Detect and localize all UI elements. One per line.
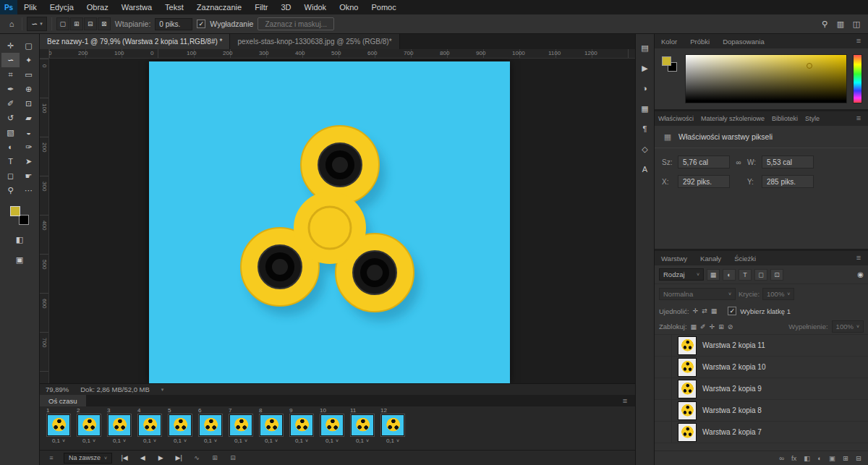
height-field[interactable]: 5,53 cal	[762, 155, 814, 168]
add-to-selection-icon[interactable]: ⊞	[70, 17, 83, 30]
screen-mode-button[interactable]: ▣	[11, 252, 29, 267]
menu-item[interactable]: Plik	[17, 0, 43, 14]
width-field[interactable]: 5,76 cal	[678, 155, 730, 168]
panel-tab[interactable]: Biblioteki	[768, 111, 801, 126]
unify-position-icon[interactable]: ✛	[693, 307, 699, 315]
frame-thumbnail[interactable]	[199, 414, 222, 436]
timeline-frame[interactable]: 1 0,1 ˅	[44, 407, 73, 450]
move-tool[interactable]: ✛	[1, 38, 20, 53]
frame-duration-selector[interactable]: 0,1 ˅	[234, 436, 247, 445]
adjustments-icon[interactable]: ◑	[639, 83, 651, 93]
frame-thumbnail[interactable]	[381, 414, 404, 436]
dodge-tool[interactable]: ◐	[1, 140, 20, 154]
frame-tool[interactable]: ▭	[20, 67, 38, 82]
first-frame-button[interactable]: |◀	[119, 453, 130, 464]
timeline-menu-icon[interactable]: ≡	[619, 395, 631, 406]
lock-pixels-icon[interactable]: ✐	[700, 323, 706, 330]
panel-tab[interactable]: Próbki	[684, 34, 716, 48]
link-dimensions-icon[interactable]: ∞	[736, 158, 741, 166]
menu-item[interactable]: Obraz	[80, 0, 115, 14]
actions-play-icon[interactable]: ▶	[639, 63, 651, 73]
menu-item[interactable]: Okno	[333, 0, 365, 14]
unify-style-icon[interactable]: ▦	[711, 307, 718, 315]
timeline-frame[interactable]: 9 0,1 ˅	[287, 407, 316, 450]
quick-selection-tool[interactable]: ✦	[20, 53, 38, 67]
frame-thumbnail[interactable]	[47, 414, 70, 436]
unify-visibility-icon[interactable]: ⇄	[702, 307, 707, 315]
panel-menu-icon[interactable]: ≡	[853, 34, 864, 47]
frame-duration-selector[interactable]: 0,1 ˅	[204, 436, 217, 445]
frame-thumbnail[interactable]	[138, 414, 161, 436]
gradient-tool[interactable]: ▧	[1, 125, 20, 140]
next-frame-button[interactable]: ▶|	[173, 453, 184, 464]
panel-menu-icon[interactable]: ≡	[853, 251, 864, 264]
delete-frame-button[interactable]: ⊟	[227, 453, 239, 464]
document-tab-active[interactable]: Bez nazwy-1 @ 79,9% (Warstwa 2 kopia 11,…	[40, 34, 230, 49]
panel-tab[interactable]: Kanały	[694, 251, 728, 265]
x-field[interactable]: 292 piks.	[678, 175, 730, 188]
histogram-icon[interactable]: ▦	[639, 103, 651, 114]
layer-row[interactable]: Warstwa 2 kopia 9	[655, 378, 868, 400]
timeline-frame[interactable]: 4 0,1 ˅	[135, 407, 164, 450]
new-selection-icon[interactable]: ▢	[56, 17, 69, 30]
frame-thumbnail[interactable]	[169, 414, 192, 436]
saturation-brightness-field[interactable]	[685, 54, 847, 103]
status-caret-icon[interactable]: ▾	[161, 387, 164, 393]
frame-duration-selector[interactable]: 0,1 ˅	[174, 436, 187, 445]
previous-frame-button[interactable]: ◀	[137, 453, 148, 464]
blend-mode-select[interactable]: Normalna ˅	[659, 288, 736, 300]
frame-thumbnail[interactable]	[290, 414, 313, 436]
menu-item[interactable]: 3D	[275, 0, 298, 14]
layer-row[interactable]: Warstwa 2 kopia 10	[655, 357, 868, 378]
menu-item[interactable]: Warstwa	[115, 0, 158, 14]
link-layers-icon[interactable]: ∞	[779, 454, 784, 462]
layout-icon[interactable]: ▥	[835, 17, 846, 30]
panel-tab[interactable]: Style	[801, 111, 823, 126]
color-picker-marker[interactable]	[807, 63, 812, 69]
foreground-color-swatch[interactable]	[10, 206, 20, 216]
eyedropper-tool[interactable]: ✒	[1, 82, 20, 96]
panel-tab[interactable]: Warstwy	[655, 251, 694, 265]
play-button[interactable]: ▶	[155, 453, 166, 464]
active-tool-indicator[interactable]: ∽ ▾	[27, 17, 47, 31]
lock-transparency-icon[interactable]: ▦	[691, 323, 697, 330]
duplicate-frame-button[interactable]: ⊞	[209, 453, 221, 464]
workspace-icon[interactable]: ◫	[851, 17, 862, 30]
frame-duration-selector[interactable]: 0,1 ˅	[356, 436, 369, 445]
adjustment-layer-icon[interactable]: ◐	[817, 454, 822, 462]
shape-tool[interactable]: ◻	[1, 168, 20, 183]
menu-item[interactable]: Zaznaczanie	[190, 0, 248, 14]
layer-thumbnail[interactable]	[678, 423, 697, 442]
foreground-color-swatch[interactable]	[662, 56, 671, 66]
quick-mask-button[interactable]: ◧	[11, 232, 29, 247]
hue-slider[interactable]	[853, 54, 862, 103]
menu-item[interactable]: Tekst	[158, 0, 190, 14]
filter-type-layers-icon[interactable]: T	[739, 269, 752, 281]
layer-thumbnail[interactable]	[678, 358, 697, 377]
marquee-tool[interactable]: ▢	[20, 38, 38, 53]
layer-group-icon[interactable]: ▣	[829, 454, 835, 462]
panel-menu-icon[interactable]: ≡	[853, 111, 864, 124]
frame-thumbnail[interactable]	[351, 414, 374, 436]
path-selection-tool[interactable]: ➤	[20, 154, 38, 168]
layer-mask-icon[interactable]: ◧	[804, 454, 810, 462]
timeline-options-icon[interactable]: ≡	[46, 453, 57, 464]
feather-input[interactable]: 0 piks.	[155, 18, 192, 30]
pen-tool[interactable]: ✑	[20, 140, 38, 154]
frame-duration-selector[interactable]: 0,1 ˅	[326, 436, 339, 445]
3d-panel-icon[interactable]: ◇	[639, 144, 651, 154]
panel-tab[interactable]: Kolor	[655, 34, 684, 48]
select-and-mask-button[interactable]: Zaznacz i maskuj...	[258, 17, 334, 30]
frame-thumbnail[interactable]	[229, 414, 252, 436]
opacity-field[interactable]: 100% ˅	[762, 288, 794, 300]
fill-field[interactable]: 100% ˅	[832, 320, 864, 333]
intersect-selection-icon[interactable]: ⊠	[98, 17, 111, 30]
timeline-frame[interactable]: 8 0,1 ˅	[257, 407, 286, 450]
timeline-tab[interactable]: Oś czasu	[40, 395, 86, 406]
layer-visibility-toggle[interactable]	[655, 357, 672, 377]
panel-tab[interactable]: Ścieżki	[728, 251, 762, 265]
layer-thumbnail[interactable]	[678, 336, 697, 355]
layer-thumbnail[interactable]	[678, 380, 697, 398]
filter-smart-objects-icon[interactable]: ⊡	[770, 269, 783, 281]
photoshop-logo-icon[interactable]: Ps	[0, 0, 17, 14]
